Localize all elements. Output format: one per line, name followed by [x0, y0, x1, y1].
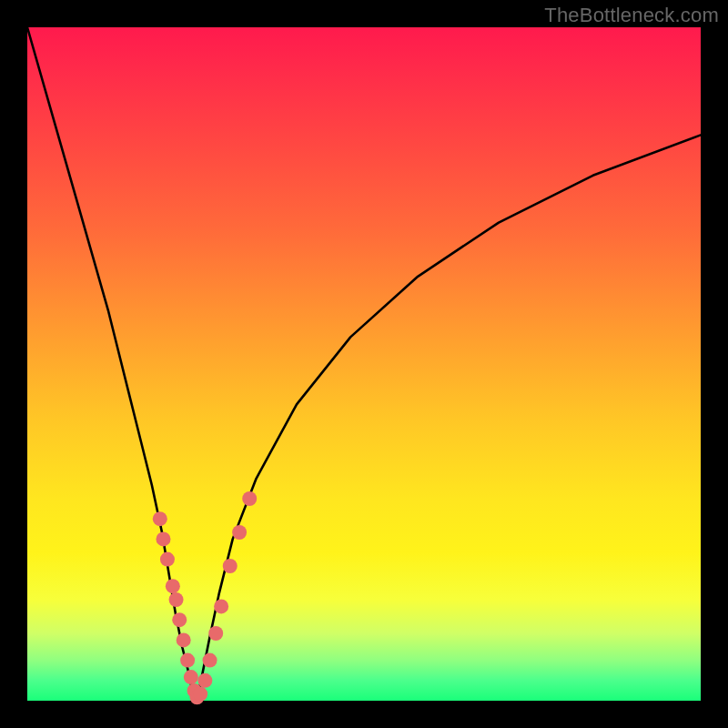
chart-frame: TheBottleneck.com: [0, 0, 728, 728]
plot-area: [27, 27, 701, 701]
curve-dot: [203, 653, 217, 668]
curve-dot: [153, 511, 167, 526]
curve-dot: [156, 531, 170, 546]
curve-dot: [208, 626, 223, 641]
curve-dot: [180, 653, 195, 668]
curve-dot: [184, 670, 198, 684]
curve-dot: [197, 673, 212, 688]
watermark-text: TheBottleneck.com: [544, 4, 719, 27]
curve-dot: [223, 559, 238, 573]
curve-dot: [160, 552, 175, 567]
curve-dot: [172, 612, 187, 627]
bottleneck-curve: [27, 27, 701, 701]
curve-dot: [214, 599, 228, 613]
curve-dot: [177, 632, 191, 647]
curve-dot: [193, 687, 207, 702]
curve-dot: [166, 579, 180, 593]
chart-svg: [27, 27, 701, 701]
curve-dot: [232, 525, 247, 540]
curve-dots: [153, 491, 257, 704]
curve-dot: [242, 491, 257, 506]
curve-dot: [169, 592, 184, 607]
